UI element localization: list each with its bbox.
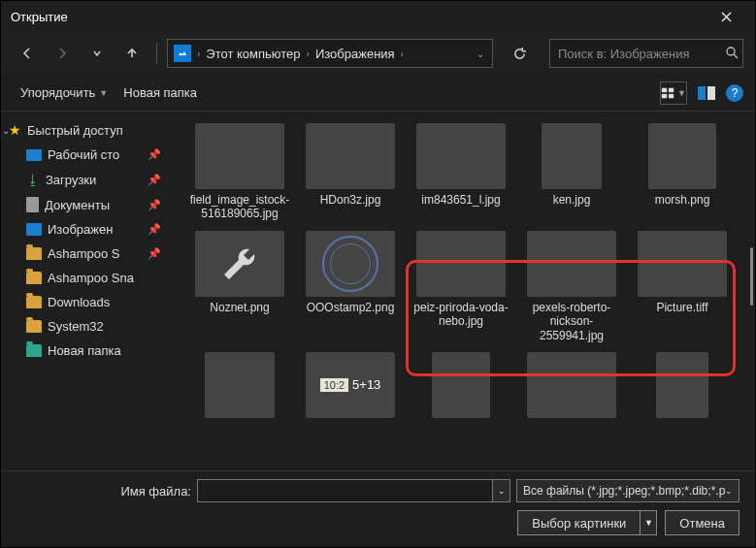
sidebar-quick-access[interactable]: ⌄ ★ Быстрый доступ (1, 117, 171, 143)
organize-menu[interactable]: Упорядочить ▼ (13, 81, 115, 104)
search-icon[interactable] (725, 46, 739, 62)
sidebar-item-label: Новая папка (48, 343, 121, 358)
breadcrumb-dropdown-icon[interactable]: ⌄ (475, 48, 486, 59)
pin-icon: 📌 (148, 247, 165, 260)
file-item[interactable]: Picture.tiff (631, 231, 734, 342)
filter-label: Все файлы (*.jpg;*.jpeg;*.bmp;*.dib;*.p (523, 484, 725, 498)
breadcrumb-segment[interactable]: Изображения (315, 47, 395, 61)
folder-icon (26, 296, 42, 308)
file-item[interactable]: morsh.png (631, 123, 734, 221)
file-item[interactable]: field_image_istock-516189065.jpg (188, 123, 291, 221)
sidebar-item-folder[interactable]: Новая папка (1, 338, 171, 363)
thumbnail (195, 231, 284, 297)
thumb-text: 10:2 (320, 378, 348, 392)
svg-rect-0 (177, 48, 188, 58)
pin-icon: 📌 (148, 223, 165, 236)
filename-label: Имя файла: (16, 484, 191, 499)
file-item[interactable]: ken.jpg (520, 123, 623, 221)
open-button-group: Выбор картинки ▼ (517, 510, 657, 535)
thumbnail (205, 352, 275, 418)
sidebar-item-downloads[interactable]: ⭳ Загрузки 📌 (1, 167, 171, 192)
file-grid: field_image_istock-516189065.jpg HDon3z.… (171, 112, 755, 430)
new-folder-button[interactable]: Новая папка (115, 81, 205, 104)
file-item[interactable]: Noznet.png (188, 231, 291, 342)
thumbnail (416, 123, 506, 189)
svg-rect-7 (707, 86, 715, 100)
sidebar-item-folder[interactable]: Ashampoo Sna (1, 266, 171, 290)
svg-point-1 (727, 48, 735, 55)
open-label: Выбор картинки (532, 516, 626, 531)
sidebar-item-label: Документы (45, 198, 110, 212)
file-item[interactable] (188, 352, 291, 418)
chevron-right-icon[interactable]: › (195, 48, 202, 59)
window-title: Открытие (11, 10, 68, 24)
svg-rect-5 (669, 93, 674, 97)
sidebar-item-documents[interactable]: Документы 📌 (1, 192, 171, 217)
history-dropdown[interactable] (82, 39, 112, 68)
refresh-button[interactable] (505, 39, 534, 68)
forward-button[interactable] (48, 39, 77, 68)
up-button[interactable] (117, 39, 147, 68)
sidebar-item-folder[interactable]: Ashampoo S 📌 (1, 242, 171, 266)
chevron-right-icon[interactable]: › (399, 48, 406, 59)
back-button[interactable] (13, 39, 42, 68)
cancel-button[interactable]: Отмена (665, 510, 740, 535)
dialog-footer: Имя файла: ⌄ Все файлы (*.jpg;*.jpeg;*.b… (1, 470, 755, 547)
cancel-label: Отмена (679, 516, 725, 531)
file-label: HDon3z.jpg (320, 193, 381, 207)
filename-input[interactable] (197, 479, 493, 502)
help-button[interactable]: ? (726, 84, 743, 102)
chevron-down-icon: ▼ (677, 88, 686, 98)
open-button[interactable]: Выбор картинки (517, 510, 640, 535)
thumbnail (527, 352, 616, 418)
file-item[interactable]: HDon3z.jpg (299, 123, 402, 221)
breadcrumb-bar[interactable]: › Этот компьютер › Изображения › ⌄ (167, 39, 493, 68)
desktop-icon (26, 149, 42, 161)
file-item[interactable]: 10:25+13 (299, 352, 402, 418)
file-label: Picture.tiff (656, 301, 707, 314)
folder-icon (26, 344, 42, 357)
file-label: pexels-roberto-nickson-2559941.jpg (521, 301, 622, 342)
thumb-text: 5+13 (352, 377, 380, 392)
file-item[interactable]: pexels-roberto-nickson-2559941.jpg (520, 231, 623, 342)
file-item[interactable]: im843651_l.jpg (410, 123, 512, 221)
svg-rect-3 (669, 87, 674, 91)
filename-history-dropdown[interactable]: ⌄ (493, 479, 510, 502)
chevron-down-icon: ⌄ (725, 486, 733, 496)
sidebar-item-desktop[interactable]: Рабочий сто 📌 (1, 143, 171, 167)
file-type-filter[interactable]: Все файлы (*.jpg;*.jpeg;*.bmp;*.dib;*.p … (516, 479, 740, 502)
file-item[interactable] (520, 352, 623, 418)
file-item[interactable] (410, 352, 512, 418)
titlebar: Открытие (1, 1, 755, 32)
sidebar-item-label: Изображен (48, 222, 113, 237)
pin-icon: 📌 (148, 148, 165, 161)
sidebar-item-folder[interactable]: Downloads (1, 290, 171, 314)
thumbnail (656, 352, 708, 418)
file-item[interactable]: peiz-priroda-voda-nebo.jpg (410, 231, 512, 342)
sidebar-item-label: Downloads (48, 295, 110, 309)
file-label: morsh.png (655, 193, 710, 207)
svg-rect-2 (662, 87, 667, 91)
search-input[interactable] (558, 47, 721, 61)
file-label: OOOstamp2.png (307, 301, 395, 314)
thumbnail (432, 352, 490, 418)
preview-pane-button[interactable] (693, 81, 720, 105)
chevron-right-icon[interactable]: › (305, 48, 312, 59)
chevron-down-icon[interactable]: ⌄ (1, 125, 13, 136)
view-mode-button[interactable]: ▼ (660, 81, 687, 105)
file-item[interactable]: OOOstamp2.png (299, 231, 402, 342)
toolbar: Упорядочить ▼ Новая папка ▼ ? (1, 75, 755, 112)
open-dropdown[interactable]: ▼ (640, 510, 657, 535)
pin-icon: 📌 (148, 174, 165, 186)
file-label: im843651_l.jpg (421, 193, 500, 207)
search-box[interactable] (549, 39, 743, 68)
scrollbar-thumb[interactable] (750, 247, 753, 306)
breadcrumb-segment[interactable]: Этот компьютер (206, 47, 300, 61)
file-label: ken.jpg (553, 193, 591, 207)
close-button[interactable] (707, 1, 745, 32)
pictures-icon (174, 45, 191, 62)
file-item[interactable] (631, 352, 734, 418)
sidebar-item-pictures[interactable]: Изображен 📌 (1, 217, 171, 242)
sidebar-item-folder[interactable]: System32 (1, 314, 171, 338)
file-label: field_image_istock-516189065.jpg (189, 193, 290, 221)
